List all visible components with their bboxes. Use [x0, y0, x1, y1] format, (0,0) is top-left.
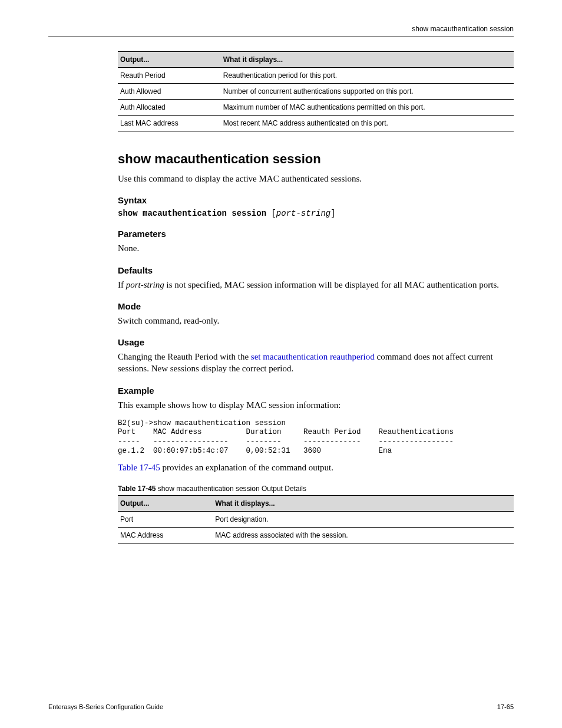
output-table-caption-text: show macauthentication session Output De…	[158, 485, 306, 493]
output-ref-post: provides an explanation of the command o…	[160, 463, 333, 472]
usage-heading: Usage	[118, 337, 514, 347]
output-table-caption: Table 17-45 show macauthentication sessi…	[118, 485, 514, 493]
def-val: Reauthentication period for this port.	[221, 68, 514, 84]
defaults-pre: If	[118, 280, 126, 289]
footer-left: Enterasys B-Series Configuration Guide	[48, 703, 163, 710]
syntax-close-bracket: ]	[330, 209, 335, 218]
table-row: Reauth Period Reauthentication period fo…	[118, 68, 514, 84]
page-footer: Enterasys B-Series Configuration Guide 1…	[48, 703, 514, 710]
table-row: MAC Address MAC address associated with …	[118, 527, 514, 543]
out-key: MAC Address	[118, 527, 213, 543]
out-col-key: Output...	[118, 495, 213, 511]
top-rule	[48, 37, 514, 37]
table-row: Last MAC address Most recent MAC address…	[118, 116, 514, 131]
def-key: Auth Allowed	[118, 84, 221, 100]
def-val: Maximum number of MAC authentications pe…	[221, 100, 514, 116]
intro-paragraph: Use this command to display the active M…	[118, 173, 514, 185]
syntax-open-bracket: [	[271, 209, 276, 218]
table-row: Auth Allowed Number of concurrent authen…	[118, 84, 514, 100]
out-col-val: What it displays...	[213, 495, 514, 511]
parameters-body: None.	[118, 242, 514, 254]
footer-right: 17-65	[497, 703, 514, 710]
out-val: MAC address associated with the session.	[213, 527, 514, 543]
defaults-body: If port-string is not specified, MAC ses…	[118, 279, 514, 291]
def-val: Most recent MAC address authenticated on…	[221, 116, 514, 131]
running-head: show macauthentication session	[48, 25, 514, 33]
usage-body: Changing the Reauth Period with the set …	[118, 351, 514, 375]
mode-heading: Mode	[118, 301, 514, 311]
defaults-post: is not specified, MAC session informatio…	[164, 280, 499, 289]
output-ref-link[interactable]: Table 17-45	[118, 463, 160, 472]
defaults-arg: port-string	[126, 280, 164, 289]
main-content: Output... What it displays... Reauth Per…	[118, 51, 514, 543]
def-key: Last MAC address	[118, 116, 221, 131]
out-key: Port	[118, 511, 213, 527]
table-header-row: Output... What it displays...	[118, 52, 514, 68]
output-details-table: Output... What it displays... Port Port …	[118, 495, 514, 543]
def-col-key: Output...	[118, 52, 221, 68]
example-output: B2(su)->show macauthentication session P…	[118, 419, 514, 456]
command-title: show macauthentication session	[118, 151, 514, 167]
def-col-val: What it displays...	[221, 52, 514, 68]
defaults-heading: Defaults	[118, 265, 514, 275]
table-header-row: Output... What it displays...	[118, 495, 514, 511]
output-reference: Table 17-45 provides an explanation of t…	[118, 462, 514, 473]
example-intro: This example shows how to display MAC se…	[118, 399, 514, 411]
out-val: Port designation.	[213, 511, 514, 527]
usage-pre: Changing the Reauth Period with the	[118, 352, 251, 361]
syntax-keyword: show macauthentication session	[118, 209, 266, 218]
def-key: Auth Allocated	[118, 100, 221, 116]
syntax-arg: port-string	[276, 209, 330, 218]
page: show macauthentication session Output...…	[0, 0, 562, 728]
def-val: Number of concurrent authentications sup…	[221, 84, 514, 100]
table-row: Port Port designation.	[118, 511, 514, 527]
def-key: Reauth Period	[118, 68, 221, 84]
usage-link[interactable]: set macauthentication reauthperiod	[251, 352, 375, 361]
syntax-line: show macauthentication session [port-str…	[118, 209, 514, 218]
definitions-table: Output... What it displays... Reauth Per…	[118, 51, 514, 131]
mode-body: Switch command, read-only.	[118, 315, 514, 327]
table-row: Auth Allocated Maximum number of MAC aut…	[118, 100, 514, 116]
syntax-heading: Syntax	[118, 195, 514, 205]
example-heading: Example	[118, 386, 514, 396]
output-table-caption-bold: Table 17-45	[118, 485, 156, 493]
parameters-heading: Parameters	[118, 229, 514, 239]
